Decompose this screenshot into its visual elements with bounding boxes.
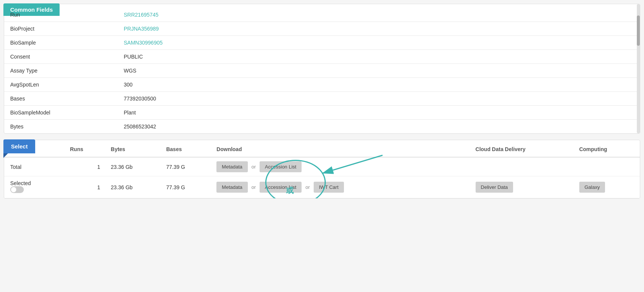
scrollbar[interactable] xyxy=(637,4,640,133)
table-row: Bytes25086523042 xyxy=(4,120,640,134)
bytes-value: 23.36 Gb xyxy=(106,176,161,198)
bytes-value: 23.36 Gb xyxy=(106,157,161,176)
field-link[interactable]: PRJNA356989 xyxy=(124,26,159,32)
col-header-bases: Bases xyxy=(161,142,211,157)
field-label: Bases xyxy=(4,92,118,106)
iwt-cart-button[interactable]: IWT Cart xyxy=(314,182,344,193)
cloud-delivery-cell: Deliver Data xyxy=(470,176,574,198)
or-separator-2: or xyxy=(305,184,310,190)
select-section: Select Runs Bytes Bases Download Cloud D… xyxy=(4,140,640,199)
field-label: Run xyxy=(4,8,118,22)
col-header-cloud: Cloud Data Delivery xyxy=(470,142,574,157)
field-label: Consent xyxy=(4,50,118,64)
table-header-row: Runs Bytes Bases Download Cloud Data Del… xyxy=(4,142,640,157)
deliver-data-button[interactable]: Deliver Data xyxy=(476,182,513,193)
field-value: 25086523042 xyxy=(118,120,640,134)
table-row: Assay TypeWGS xyxy=(4,64,640,78)
field-label: Bytes xyxy=(4,120,118,134)
table-row: RunSRR21695745 xyxy=(4,8,640,22)
accession-list-button[interactable]: Accession List xyxy=(260,161,302,172)
computing-cell: Galaxy xyxy=(574,176,640,198)
col-header-bytes: Bytes xyxy=(106,142,161,157)
metadata-button[interactable]: Metadata xyxy=(216,182,247,193)
field-value[interactable]: SRR21695745 xyxy=(118,8,640,22)
fields-table: RunSRR21695745BioProjectPRJNA356989BioSa… xyxy=(4,8,640,133)
select-table-row: Selected123.36 Gb77.39 GMetadataorAccess… xyxy=(4,176,640,198)
table-row: AvgSpotLen300 xyxy=(4,78,640,92)
field-value: WGS xyxy=(118,64,640,78)
table-row: Bases77392030500 xyxy=(4,92,640,106)
col-header-computing: Computing xyxy=(574,142,640,157)
col-header-download: Download xyxy=(211,142,470,157)
download-cell: MetadataorAccession ListorIWT Cart xyxy=(211,176,470,198)
runs-value: 1 xyxy=(65,157,106,176)
select-table-row: Total123.36 Gb77.39 GMetadataorAccession… xyxy=(4,157,640,176)
field-link[interactable]: SAMN30996905 xyxy=(124,40,163,46)
field-label: AvgSpotLen xyxy=(4,78,118,92)
cloud-delivery-cell xyxy=(470,157,574,176)
row-label: Total xyxy=(4,157,65,176)
bases-value: 77.39 G xyxy=(161,157,211,176)
or-separator: or xyxy=(252,184,256,190)
computing-cell xyxy=(574,157,640,176)
select-table: Runs Bytes Bases Download Cloud Data Del… xyxy=(4,142,640,198)
row-label: Selected xyxy=(4,176,65,198)
galaxy-button[interactable]: Galaxy xyxy=(579,182,605,193)
table-row: ConsentPUBLIC xyxy=(4,50,640,64)
field-label: BioProject xyxy=(4,22,118,36)
field-value: 77392030500 xyxy=(118,92,640,106)
common-fields-section: Common Fields RunSRR21695745BioProjectPR… xyxy=(4,4,640,134)
table-row: BioSampleSAMN30996905 xyxy=(4,36,640,50)
select-tab: Select xyxy=(3,139,35,153)
field-value[interactable]: PRJNA356989 xyxy=(118,22,640,36)
field-label: Assay Type xyxy=(4,64,118,78)
field-label: BioSampleModel xyxy=(4,106,118,120)
field-value: Plant xyxy=(118,106,640,120)
or-separator: or xyxy=(252,164,256,170)
field-value: PUBLIC xyxy=(118,50,640,64)
toggle-switch[interactable] xyxy=(10,186,24,193)
bases-value: 77.39 G xyxy=(161,176,211,198)
download-cell: MetadataorAccession List xyxy=(211,157,470,176)
col-header-runs: Runs xyxy=(65,142,106,157)
field-value[interactable]: SAMN30996905 xyxy=(118,36,640,50)
metadata-button[interactable]: Metadata xyxy=(216,161,247,172)
table-row: BioSampleModelPlant xyxy=(4,106,640,120)
field-link[interactable]: SRR21695745 xyxy=(124,12,159,18)
runs-value: 1 xyxy=(65,176,106,198)
table-row: BioProjectPRJNA356989 xyxy=(4,22,640,36)
field-value: 300 xyxy=(118,78,640,92)
field-label: BioSample xyxy=(4,36,118,50)
accession-list-button[interactable]: Accession List xyxy=(260,182,302,193)
